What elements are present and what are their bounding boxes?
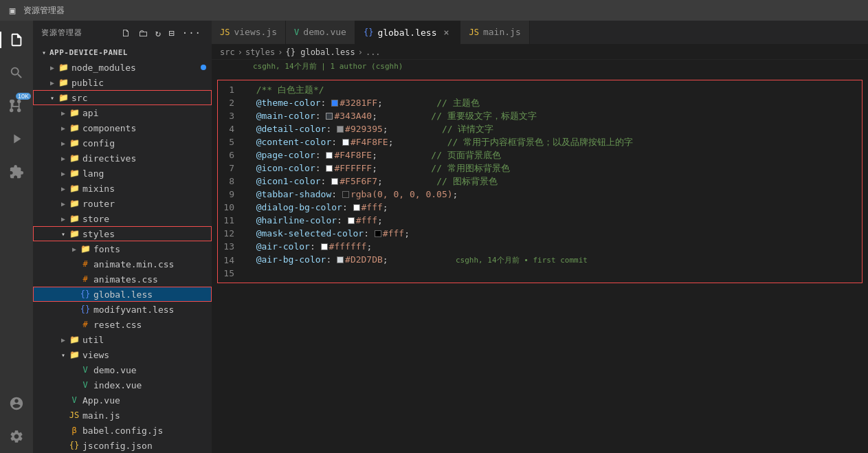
code-line-2: 2 @theme-color: #3281FF; // 主题色 [218,96,862,109]
sidebar-item-config[interactable]: ▶ 📁 config [33,135,212,151]
breadcrumb-file[interactable]: {} global.less [286,47,355,57]
settings-activity-icon[interactable] [0,420,33,453]
sidebar-item-modifyvant-less[interactable]: ▶ {} modifyvant.less [33,302,212,317]
tab-global-less-label: global.less [377,27,436,38]
tab-close-button[interactable]: × [441,27,452,38]
sidebar-item-node_modules[interactable]: ▶ 📁 node_modules [33,60,212,75]
lang-label: lang [82,168,104,179]
tab-bar: JS views.js V demo.vue {} global.less × … [212,21,868,45]
line-content-5: @content-color: #F4F8FE; // 常用于内容框背景色；以及… [245,135,862,148]
tab-demo-vue[interactable]: V demo.vue [286,21,355,44]
public-label: public [71,78,104,88]
tab-global-less[interactable]: {} global.less × [355,21,461,44]
app-icon: ▣ [7,5,18,16]
sidebar-item-views[interactable]: ▾ 📁 views [33,347,212,362]
collapse-icon[interactable]: ⊟ [166,26,177,40]
tab-views-js-label: views.js [234,27,277,37]
modifyvant-less-label: modifyvant.less [93,305,174,315]
folder-icon: 📁 [69,198,80,209]
line-num-8: 8 [218,175,245,188]
sidebar-item-public[interactable]: ▶ 📁 public [33,75,212,90]
sidebar-item-lang[interactable]: ▶ 📁 lang [33,166,212,181]
sidebar-item-animates-css[interactable]: ▶ # animates.css [33,272,212,287]
account-activity-icon[interactable] [0,387,33,420]
project-expand-arrow: ▾ [38,47,49,58]
folder-icon: 📁 [69,153,80,164]
styles-label: styles [82,229,115,239]
line-num-5: 5 [218,135,245,148]
tab-demo-vue-label: demo.vue [303,27,346,37]
extensions-activity-icon[interactable] [0,155,33,188]
line-content-15 [245,267,862,280]
mixins-arrow: ▶ [58,183,69,194]
sidebar-item-api[interactable]: ▶ 📁 api [33,105,212,120]
tab-main-js[interactable]: JS main.js [460,21,529,44]
breadcrumb-styles[interactable]: styles [245,47,275,57]
files-activity-icon[interactable] [0,23,33,56]
sidebar-item-jsconfig-json[interactable]: ▶ {} jsconfig.json [33,438,212,453]
code-line-14: 14 @air-bg-color: #D2D7DB; csghh, 14个月前 … [218,253,862,267]
sidebar-item-animate-min-css[interactable]: ▶ # animate.min.css [33,256,212,272]
sidebar-item-fonts[interactable]: ▶ 📁 fonts [33,241,212,256]
fonts-arrow: ▶ [69,243,80,254]
sidebar-item-global-less[interactable]: ▶ {} global.less [33,287,212,302]
css-icon: # [80,319,91,330]
line-content-4: @detail-color: #929395; // 详情文字 [245,122,862,135]
util-arrow: ▶ [58,334,69,345]
sidebar-item-mixins[interactable]: ▶ 📁 mixins [33,181,212,196]
components-arrow: ▶ [58,122,69,133]
demo-vue-label: demo.vue [93,365,137,375]
mixins-label: mixins [82,184,115,194]
tab-views-js[interactable]: JS views.js [212,21,286,44]
src-label: src [71,93,87,103]
sidebar-item-reset-css[interactable]: ▶ # reset.css [33,317,212,332]
js-tab-icon: JS [220,27,230,37]
directives-label: directives [82,153,136,164]
sidebar-title: 资源管理器 [41,27,82,38]
sidebar-item-demo-vue[interactable]: ▶ V demo.vue [33,362,212,377]
code-line-12: 12 @mask-selected-color: #fff; [218,227,862,240]
sidebar-item-src[interactable]: ▾ 📁 src [33,90,212,105]
code-line-9: 9 @tabbar-shadow: rgba(0, 0, 0, 0.05); [218,188,862,201]
sidebar-item-store[interactable]: ▶ 📁 store [33,211,212,226]
new-folder-icon[interactable]: 🗀 [136,26,151,40]
less-tab-icon: {} [364,27,373,37]
folder-icon: 📁 [69,228,80,239]
breadcrumb-more[interactable]: ... [366,47,381,57]
folder-icon: 📁 [69,137,80,148]
sidebar: 资源管理器 🗋 🗀 ↻ ⊟ ··· ▾ APP-DEVICE-PANEL ▶ 📁… [33,21,212,453]
run-activity-icon[interactable] [0,122,33,155]
breadcrumb-sep1: › [238,47,243,57]
editor-content[interactable]: 1 /** 白色主题*/ 2 @theme-color: #3281FF; //… [212,74,868,453]
source-control-activity-icon[interactable]: 10K [0,89,33,122]
directives-arrow: ▶ [58,153,69,164]
sidebar-item-babel-config[interactable]: ▶ β babel.config.js [33,423,212,438]
breadcrumb-sep3: › [358,47,363,57]
breadcrumb-src[interactable]: src [220,47,235,57]
sidebar-item-index-vue[interactable]: ▶ V index.vue [33,377,212,393]
vue-icon: V [80,364,91,375]
code-line-1: 1 /** 白色主题*/ [218,83,862,96]
fonts-label: fonts [93,244,120,254]
sidebar-item-app-vue[interactable]: ▶ V App.vue [33,393,212,408]
folder-icon: 📁 [69,213,80,224]
sidebar-item-components[interactable]: ▶ 📁 components [33,120,212,135]
line-num-6: 6 [218,148,245,162]
folder-icon: 📁 [69,183,80,194]
new-file-icon[interactable]: 🗋 [119,26,133,40]
code-line-8: 8 @icon1-color: #F5F6F7; // 图标背景色 [218,175,862,188]
more-actions-icon[interactable]: ··· [180,26,203,40]
sidebar-item-styles[interactable]: ▾ 📁 styles [33,226,212,241]
activity-bar: 10K [0,21,33,453]
sidebar-item-util[interactable]: ▶ 📁 util [33,332,212,347]
project-root-item[interactable]: ▾ APP-DEVICE-PANEL [33,45,212,60]
line-num-7: 7 [218,162,245,175]
sidebar-item-main-js[interactable]: ▶ JS main.js [33,408,212,423]
line-num-4: 4 [218,122,245,135]
sidebar-item-directives[interactable]: ▶ 📁 directives [33,151,212,166]
sidebar-item-router[interactable]: ▶ 📁 router [33,196,212,211]
refresh-icon[interactable]: ↻ [153,26,164,40]
search-activity-icon[interactable] [0,56,33,89]
vue-icon: V [80,379,91,390]
line-content-8: @icon1-color: #F5F6F7; // 图标背景色 [245,175,862,188]
